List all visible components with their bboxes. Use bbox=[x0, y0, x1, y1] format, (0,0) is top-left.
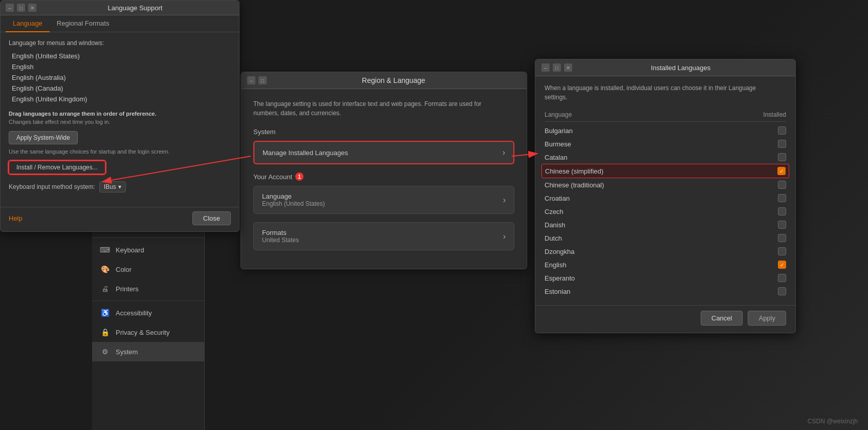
lang-item[interactable]: Estonian bbox=[545, 285, 786, 298]
language-row-title: Language bbox=[262, 192, 325, 200]
install-remove-languages-button[interactable]: Install / Remove Languages... bbox=[9, 161, 105, 174]
lang-checkbox[interactable] bbox=[778, 247, 786, 255]
lang-support-titlebar: – □ ✕ Language Support bbox=[1, 1, 239, 15]
language-row[interactable]: Language English (United States) › bbox=[253, 186, 514, 214]
lang-item-en-au[interactable]: English (Australia) bbox=[9, 72, 231, 83]
same-lang-note: Use the same language choices for startu… bbox=[9, 148, 231, 155]
region-description: The language setting is used for interfa… bbox=[253, 99, 514, 118]
lang-checkbox[interactable] bbox=[778, 207, 786, 216]
lang-name: Bulgarian bbox=[545, 127, 573, 135]
sidebar-item-system[interactable]: ⚙ System bbox=[92, 342, 204, 361]
sidebar-item-keyboard[interactable]: ⌨ Keyboard bbox=[92, 240, 204, 260]
help-button[interactable]: Help bbox=[9, 211, 23, 225]
apply-system-wide-button[interactable]: Apply System-Wide bbox=[9, 131, 78, 144]
lang-item[interactable]: Esperanto bbox=[545, 271, 786, 285]
installed-table-header: Language Installed bbox=[545, 109, 786, 122]
language-list: English (United States) English English … bbox=[9, 51, 231, 104]
lang-checkbox[interactable]: ✓ bbox=[778, 261, 786, 269]
keyboard-row: Keyboard input method system: IBus ▾ bbox=[9, 181, 231, 192]
lang-item-en-uk[interactable]: English (United Kingdom) bbox=[9, 94, 231, 104]
installed-languages-window: – □ ✕ Installed Languages When a languag… bbox=[535, 59, 796, 333]
dropdown-arrow-icon: ▾ bbox=[118, 183, 121, 190]
lang-item[interactable]: Catalan bbox=[545, 150, 786, 164]
region-language-window: – □ Region & Language The language setti… bbox=[241, 72, 527, 269]
lang-checkbox[interactable] bbox=[778, 221, 786, 229]
region-window-controls: – □ bbox=[247, 76, 267, 84]
lang-item-en-ca[interactable]: English (Canada) bbox=[9, 83, 231, 94]
keyboard-label: Keyboard input method system: bbox=[9, 183, 95, 190]
lang-checkbox[interactable] bbox=[778, 126, 786, 135]
lang-checkbox[interactable] bbox=[778, 274, 786, 282]
installed-maximize-button[interactable]: □ bbox=[553, 63, 561, 72]
lang-checkbox[interactable] bbox=[778, 287, 786, 295]
region-minimize-button[interactable]: – bbox=[247, 76, 255, 84]
accessibility-icon: ♿ bbox=[100, 308, 110, 317]
lang-checkbox[interactable]: ✓ bbox=[777, 167, 786, 175]
lang-item[interactable]: Chinese (simplified)✓ bbox=[541, 164, 789, 178]
minimize-button[interactable]: – bbox=[6, 4, 14, 12]
installed-footer: Cancel Apply bbox=[535, 305, 795, 333]
formats-row[interactable]: Formats United States › bbox=[253, 222, 514, 250]
lang-name: English bbox=[545, 261, 567, 269]
lang-item[interactable]: Dutch bbox=[545, 231, 786, 245]
lang-checkbox[interactable] bbox=[778, 153, 786, 161]
lang-checkbox[interactable] bbox=[778, 140, 786, 148]
region-body: The language setting is used for interfa… bbox=[241, 89, 527, 269]
lang-name: Dutch bbox=[545, 234, 562, 242]
your-account-section: Your Account 1 bbox=[253, 173, 514, 181]
lang-item[interactable]: Burmese bbox=[545, 137, 786, 150]
lang-item[interactable]: Danish bbox=[545, 218, 786, 231]
lang-name: Chinese (simplified) bbox=[545, 167, 603, 175]
installed-close-button[interactable]: ✕ bbox=[564, 63, 572, 72]
apply-button[interactable]: Apply bbox=[748, 311, 786, 326]
sidebar-item-accessibility[interactable]: ♿ Accessibility bbox=[92, 303, 204, 322]
formats-row-title: Formats bbox=[262, 229, 299, 236]
window-controls: – □ ✕ bbox=[6, 4, 36, 12]
sidebar-divider-2 bbox=[92, 300, 204, 301]
sidebar-label-accessibility: Accessibility bbox=[116, 309, 152, 317]
account-badge: 1 bbox=[295, 173, 303, 181]
column-installed-header: Installed bbox=[763, 111, 786, 118]
lang-name: Czech bbox=[545, 208, 563, 216]
keyboard-method-dropdown[interactable]: IBus ▾ bbox=[99, 181, 126, 192]
cancel-button[interactable]: Cancel bbox=[701, 311, 743, 326]
sidebar-item-privacy-security[interactable]: 🔒 Privacy & Security bbox=[92, 322, 204, 342]
system-icon: ⚙ bbox=[100, 347, 110, 356]
lang-item[interactable]: Bulgarian bbox=[545, 124, 786, 137]
lang-checkbox[interactable] bbox=[778, 181, 786, 189]
lang-item-en[interactable]: English bbox=[9, 61, 231, 72]
tab-regional-formats[interactable]: Regional Formats bbox=[50, 15, 117, 32]
keyboard-icon: ⌨ bbox=[100, 245, 110, 254]
lang-item[interactable]: Dzongkha bbox=[545, 245, 786, 258]
lang-item-en-us[interactable]: English (United States) bbox=[9, 51, 231, 61]
lang-support-body: Language for menus and windows: English … bbox=[1, 32, 239, 207]
lang-item[interactable]: English✓ bbox=[545, 258, 786, 271]
lang-name: Esperanto bbox=[545, 274, 575, 282]
region-maximize-button[interactable]: □ bbox=[258, 76, 267, 84]
lang-item[interactable]: Czech bbox=[545, 205, 786, 218]
lang-item[interactable]: Chinese (traditional) bbox=[545, 178, 786, 191]
sidebar-item-printers[interactable]: 🖨 Printers bbox=[92, 279, 204, 298]
tab-language[interactable]: Language bbox=[6, 15, 50, 32]
formats-row-subtitle: United States bbox=[262, 236, 299, 244]
lang-checkbox[interactable] bbox=[778, 194, 786, 202]
installed-minimize-button[interactable]: – bbox=[541, 63, 550, 72]
lang-section-label: Language for menus and windows: bbox=[9, 39, 231, 47]
manage-installed-languages-button[interactable]: Manage Installed Languages › bbox=[253, 141, 514, 164]
system-section-title: System bbox=[253, 128, 514, 136]
lang-item[interactable]: Croatian bbox=[545, 191, 786, 205]
language-chevron-icon: › bbox=[503, 196, 506, 205]
maximize-button[interactable]: □ bbox=[17, 4, 25, 12]
lang-name: Chinese (traditional) bbox=[545, 181, 604, 189]
region-title: Region & Language bbox=[267, 76, 520, 84]
installed-body: When a language is installed, individual… bbox=[535, 76, 795, 305]
language-row-subtitle: English (United States) bbox=[262, 200, 325, 207]
close-button[interactable]: Close bbox=[192, 211, 231, 225]
close-window-button[interactable]: ✕ bbox=[28, 4, 36, 12]
sidebar-item-color[interactable]: 🎨 Color bbox=[92, 260, 204, 279]
installed-titlebar: – □ ✕ Installed Languages bbox=[535, 59, 795, 76]
lang-name: Croatian bbox=[545, 195, 570, 202]
lang-support-footer: Help Close bbox=[1, 207, 239, 231]
lang-checkbox[interactable] bbox=[778, 234, 786, 242]
language-row-content: Language English (United States) bbox=[262, 192, 325, 207]
